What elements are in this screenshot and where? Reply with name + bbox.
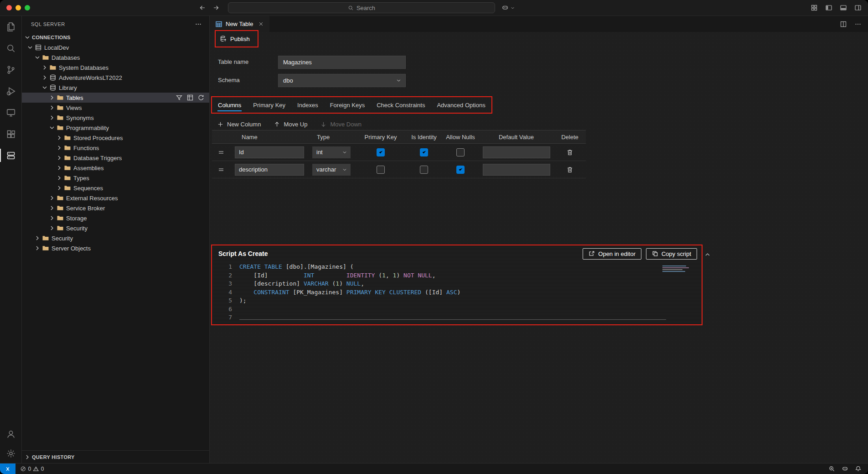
primary-key-checkbox[interactable]: [377, 166, 385, 174]
tree-item-stored-procedures[interactable]: Stored Procedures: [22, 133, 209, 143]
tree-item-tables[interactable]: Tables: [22, 93, 209, 103]
publish-button[interactable]: Publish: [216, 35, 254, 42]
tree-item-database-triggers[interactable]: Database Triggers: [22, 153, 209, 163]
chevron-right-icon[interactable]: [56, 174, 63, 182]
default-value-input[interactable]: [483, 164, 550, 176]
activity-item-run-debug[interactable]: [0, 80, 21, 102]
close-window-button[interactable]: [6, 5, 12, 10]
drag-handle-icon[interactable]: [217, 149, 225, 156]
tree-item-views[interactable]: Views: [22, 103, 209, 113]
connections-section-header[interactable]: CONNECTIONS: [22, 32, 209, 42]
activity-item-account[interactable]: [0, 425, 21, 444]
tree-item-databases[interactable]: Databases: [22, 52, 209, 63]
designer-tab-indexes[interactable]: Indexes: [291, 97, 324, 113]
toggle-panel-icon[interactable]: [840, 4, 847, 11]
copilot-status-icon[interactable]: [842, 465, 848, 472]
column-type-select[interactable]: int: [312, 146, 351, 158]
toggle-secondary-sidebar-icon[interactable]: [854, 4, 862, 11]
chevron-right-icon[interactable]: [48, 204, 56, 212]
tree-item-synonyms[interactable]: Synonyms: [22, 113, 209, 123]
zoom-icon[interactable]: [828, 465, 835, 472]
schema-select[interactable]: dbo: [278, 74, 406, 87]
primary-key-checkbox[interactable]: [377, 148, 385, 156]
tree-item-adventureworkslt2022[interactable]: AdventureWorksLT2022: [22, 73, 209, 83]
designer-tab-columns[interactable]: Columns: [212, 97, 247, 113]
tree-item-service-broker[interactable]: Service Broker: [22, 203, 209, 213]
customize-layout-icon[interactable]: [811, 4, 818, 11]
move-up-button[interactable]: Move Up: [274, 121, 307, 128]
chevron-down-icon[interactable]: [41, 84, 48, 91]
allow-nulls-checkbox[interactable]: [456, 166, 465, 174]
chevron-right-icon[interactable]: [56, 164, 63, 172]
open-in-editor-button[interactable]: Open in editor: [583, 248, 641, 260]
chevron-right-icon[interactable]: [48, 94, 56, 101]
close-tab-icon[interactable]: [258, 21, 264, 27]
chevron-right-icon[interactable]: [41, 74, 48, 81]
chevron-right-icon[interactable]: [56, 184, 63, 192]
is-identity-checkbox[interactable]: [420, 166, 428, 174]
chevron-down-icon[interactable]: [48, 124, 56, 131]
remote-indicator[interactable]: [0, 464, 16, 474]
tree-item-types[interactable]: Types: [22, 173, 209, 183]
filter-icon[interactable]: [176, 94, 183, 101]
chevron-right-icon[interactable]: [41, 64, 48, 71]
tree-item-localdev[interactable]: LocalDev: [22, 42, 209, 52]
designer-tab-check-constraints[interactable]: Check Constraints: [371, 97, 431, 113]
tree-item-sequences[interactable]: Sequences: [22, 183, 209, 193]
query-history-section-header[interactable]: QUERY HISTORY: [22, 450, 209, 463]
tab-new-table[interactable]: New Table: [210, 16, 269, 32]
back-icon[interactable]: [199, 4, 206, 11]
activity-item-remote-explorer[interactable]: [0, 102, 21, 123]
edit-table-icon[interactable]: [186, 94, 194, 101]
tree-item-assemblies[interactable]: Assemblies: [22, 163, 209, 173]
column-name-input[interactable]: [235, 146, 304, 158]
tree-item-functions[interactable]: Functions: [22, 143, 209, 153]
script-code-editor[interactable]: 1CREATE TABLE [dbo].[Magazines] (2 [Id] …: [212, 262, 702, 324]
copilot-menu[interactable]: [501, 4, 515, 11]
tree-item-external-resources[interactable]: External Resources: [22, 193, 209, 203]
command-center-search[interactable]: Search: [228, 2, 495, 13]
activity-item-sql-server[interactable]: [0, 145, 21, 166]
chevron-right-icon[interactable]: [34, 234, 41, 242]
tree-item-storage[interactable]: Storage: [22, 213, 209, 223]
designer-tab-advanced-options[interactable]: Advanced Options: [431, 97, 491, 113]
default-value-input[interactable]: [483, 146, 550, 158]
more-actions-icon[interactable]: [854, 21, 862, 28]
chevron-right-icon[interactable]: [56, 134, 63, 141]
more-actions-icon[interactable]: [195, 21, 202, 28]
activity-item-search[interactable]: [0, 37, 21, 59]
tree-item-programmability[interactable]: Programmability: [22, 123, 209, 133]
collapse-panel-icon[interactable]: [704, 251, 711, 258]
column-name-input[interactable]: [235, 164, 304, 176]
zoom-window-button[interactable]: [25, 5, 30, 10]
chevron-right-icon[interactable]: [34, 245, 41, 252]
is-identity-checkbox[interactable]: [420, 148, 428, 156]
forward-icon[interactable]: [212, 4, 220, 11]
toggle-primary-sidebar-icon[interactable]: [825, 4, 832, 11]
problems-indicator[interactable]: 0 0: [16, 466, 48, 472]
copy-script-button[interactable]: Copy script: [646, 248, 697, 260]
designer-tab-foreign-keys[interactable]: Foreign Keys: [324, 97, 371, 113]
chevron-right-icon[interactable]: [48, 114, 56, 121]
activity-item-explorer[interactable]: [0, 16, 21, 37]
notifications-bell-icon[interactable]: [855, 465, 862, 472]
chevron-right-icon[interactable]: [56, 144, 63, 151]
activity-item-settings[interactable]: [0, 444, 21, 463]
new-column-button[interactable]: New Column: [217, 121, 261, 128]
column-type-select[interactable]: varchar: [312, 164, 351, 176]
table-name-input[interactable]: [278, 56, 406, 69]
minimize-window-button[interactable]: [16, 5, 21, 10]
refresh-icon[interactable]: [197, 94, 205, 101]
delete-row-icon[interactable]: [566, 149, 574, 156]
allow-nulls-checkbox[interactable]: [456, 148, 465, 156]
activity-item-source-control[interactable]: [0, 59, 21, 80]
chevron-down-icon[interactable]: [26, 44, 34, 51]
chevron-down-icon[interactable]: [34, 54, 41, 61]
chevron-right-icon[interactable]: [56, 154, 63, 161]
tree-item-library[interactable]: Library: [22, 83, 209, 93]
tree-item-security[interactable]: Security: [22, 223, 209, 233]
designer-tab-primary-key[interactable]: Primary Key: [247, 97, 291, 113]
delete-row-icon[interactable]: [566, 166, 574, 173]
tree-item-system-databases[interactable]: System Databases: [22, 63, 209, 73]
drag-handle-icon[interactable]: [217, 166, 225, 173]
